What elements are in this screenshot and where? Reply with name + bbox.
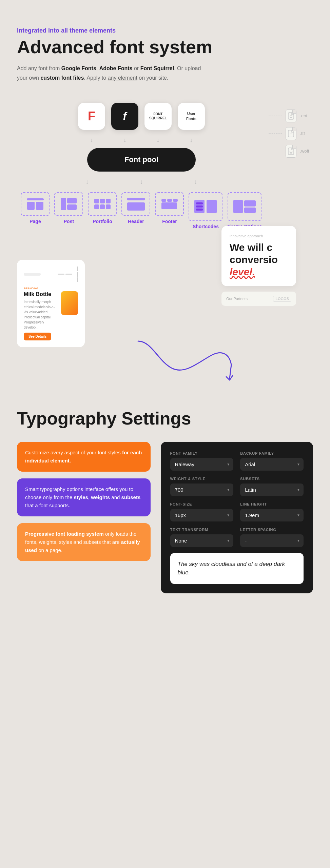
render-label: innovative approach: [230, 234, 288, 238]
portfolio-cell-2: [100, 199, 105, 203]
header-label: Header: [128, 219, 144, 224]
arrow-1: ↓: [78, 137, 105, 144]
element-theme-options[interactable]: Theme Options: [227, 192, 262, 229]
header-bar-main: [127, 202, 145, 211]
typography-content: Customize avery aspect of your font styl…: [17, 442, 313, 593]
settings-row-1: FONT FAMILY Raleway Arial Georgia BACKUP…: [170, 451, 304, 471]
bubble-3-bold-prefix: Progressive font loading system: [25, 531, 104, 537]
mock-image-area: [61, 291, 78, 315]
font-size-select-wrapper[interactable]: 16px 14px 18px: [170, 509, 234, 521]
description: Add any font from Google Fonts, Adobe Fo…: [17, 64, 207, 82]
sc-bar-3: [196, 209, 203, 211]
page-label: Page: [30, 219, 41, 224]
any-element-ref: any element: [108, 75, 137, 81]
render-accent: level.: [230, 266, 255, 277]
shortcodes-icon-box: [189, 192, 222, 221]
backup-family-select-wrapper[interactable]: Arial Georgia Helvetica: [240, 458, 304, 471]
bubble-smart: Smart typography options interface offer…: [17, 478, 151, 516]
fontawesome-f-letter: f: [123, 110, 127, 122]
google-fonts-icon[interactable]: F: [78, 103, 105, 130]
page-bars-row: [27, 202, 43, 210]
element-footer[interactable]: Footer: [155, 192, 184, 224]
line-height-select[interactable]: 1.9em 1.5em 2em: [240, 509, 304, 521]
font-settings-panel: FONT FAMILY Raleway Arial Georgia BACKUP…: [161, 442, 313, 593]
render-big-text: We will cconversiolevel.: [230, 241, 288, 278]
element-header[interactable]: Header: [121, 192, 150, 224]
page-bar-2: [27, 202, 35, 210]
elements-grid: Page: [21, 192, 262, 229]
subsets-field: SUBSETS Latin Cyrillic Greek: [240, 477, 304, 496]
mock-bar-1: [77, 267, 78, 271]
element-portfolio[interactable]: Portfolio: [88, 192, 117, 224]
user-fonts-label: UserFonts: [186, 111, 196, 121]
element-post[interactable]: Post: [54, 192, 83, 224]
file-icon-ttf: [286, 127, 296, 140]
header-icon-inner: [127, 198, 145, 211]
footer-top-row: [161, 199, 178, 202]
decorative-arrow-svg: [131, 334, 233, 382]
dashed-line-3: [269, 151, 282, 151]
dashed-line-2: [269, 133, 282, 134]
render-card: innovative approach We will cconversiole…: [221, 226, 296, 286]
footer-cell-1: [161, 199, 166, 202]
font-squirrel-ref: Font Squirrel: [140, 65, 174, 71]
font-size-label: FONT-SIZE: [170, 502, 234, 506]
mock-search-area: [24, 273, 41, 276]
arrow-decoration-wrapper: [51, 334, 313, 382]
render-text-preview: innovative approach We will cconversiole…: [221, 226, 296, 306]
element-page[interactable]: Page: [21, 192, 50, 224]
file-icon-eot: [286, 110, 296, 122]
sources-and-files: F f FONTSQUIRREL UserFonts ↓ ↓: [21, 103, 309, 243]
theme-options-layout: [233, 200, 256, 213]
mock-content-area: Milk Bottle Intrinsically morph ethical …: [24, 291, 78, 340]
theme-bars-col: [244, 200, 256, 213]
mock-hamburger: [77, 267, 78, 282]
settings-row-4: TEXT TRANSFORM None Uppercase Lowercase …: [170, 528, 304, 547]
page-bar-1: [27, 198, 44, 200]
subsets-select-wrapper[interactable]: Latin Cyrillic Greek: [240, 484, 304, 496]
adobe-fonts-ref: Adobe Fonts: [99, 65, 133, 71]
page-icon-box: [21, 192, 50, 216]
weight-select-wrapper[interactable]: 700 400 300: [170, 484, 234, 496]
footer-layout: [161, 199, 178, 209]
web-preview-mock: BRANDING Milk Bottle Intrinsically morph…: [17, 260, 85, 347]
mock-nav-dots: [58, 274, 72, 275]
eot-label: .eot: [300, 113, 307, 118]
letter-spacing-select[interactable]: - 0.5px 1px: [240, 534, 304, 547]
typography-bubbles: Customize avery aspect of your font styl…: [17, 442, 151, 561]
bottom-spacer: [17, 593, 313, 620]
element-shortcodes[interactable]: Shortcodes: [189, 192, 222, 229]
subsets-label: SUBSETS: [240, 477, 304, 481]
text-transform-select[interactable]: None Uppercase Lowercase: [170, 534, 234, 547]
arrow-3: ↓: [144, 137, 172, 144]
weight-select[interactable]: 700 400 300: [170, 484, 234, 496]
portfolio-row-2: [94, 204, 111, 209]
post-bars-col: [67, 198, 77, 210]
sc-bar-2: [196, 205, 203, 208]
font-pool-button[interactable]: Font pool: [87, 148, 196, 172]
portfolio-layout: [94, 199, 111, 209]
mock-see-details-btn[interactable]: See Details: [24, 333, 51, 340]
line-height-label: LINE HEIGHT: [240, 502, 304, 506]
backup-family-select[interactable]: Arial Georgia Helvetica: [240, 458, 304, 471]
footer-icon-box: [155, 192, 184, 216]
font-family-select[interactable]: Raleway Arial Georgia: [170, 458, 234, 471]
line-height-select-wrapper[interactable]: 1.9em 1.5em 2em: [240, 509, 304, 521]
bubble-customize: Customize avery aspect of your font styl…: [17, 442, 151, 472]
letter-spacing-select-wrapper[interactable]: - 0.5px 1px: [240, 534, 304, 547]
font-squirrel-icon[interactable]: FONTSQUIRREL: [144, 103, 172, 130]
font-awesome-icon[interactable]: f: [111, 103, 138, 130]
post-bar-1: [61, 198, 66, 210]
font-size-select[interactable]: 16px 14px 18px: [170, 509, 234, 521]
subsets-select[interactable]: Latin Cyrillic Greek: [240, 484, 304, 496]
bubble-styles: styles: [74, 494, 88, 500]
font-family-select-wrapper[interactable]: Raleway Arial Georgia: [170, 458, 234, 471]
theme-bar-2: [244, 200, 256, 206]
theme-bar-1: [233, 200, 243, 213]
text-transform-select-wrapper[interactable]: None Uppercase Lowercase: [170, 534, 234, 547]
letter-spacing-field: LETTER SPACING - 0.5px 1px: [240, 528, 304, 547]
weight-style-field: WEIGHT & STYLE 700 400 300: [170, 477, 234, 496]
user-fonts-icon[interactable]: UserFonts: [178, 103, 205, 130]
partners-bar: Our Partners LOGOS: [221, 292, 296, 306]
weight-style-label: WEIGHT & STYLE: [170, 477, 234, 481]
